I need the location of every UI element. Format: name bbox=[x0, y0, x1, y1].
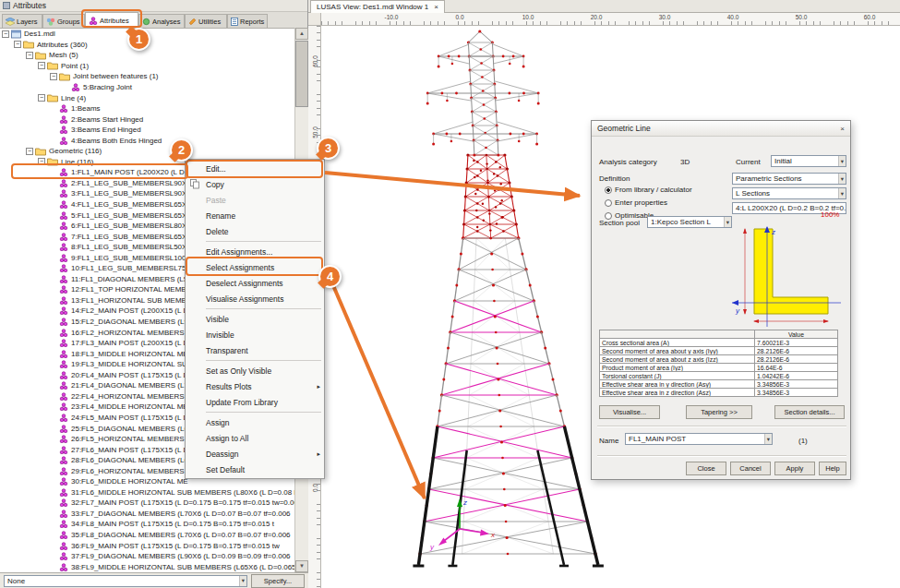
attribute-filter-combo[interactable]: None ▾ bbox=[4, 575, 247, 587]
analysis-category-value: 3D bbox=[680, 158, 690, 166]
menu-item-visible[interactable]: Visible bbox=[186, 311, 324, 327]
tree-expander-icon[interactable]: − bbox=[26, 148, 33, 155]
callout-4: 4 bbox=[318, 265, 342, 288]
folder-icon bbox=[59, 72, 70, 81]
tree-expander-icon[interactable]: − bbox=[38, 158, 45, 165]
tree-item[interactable]: 34:FL8_MAIN POST (L175X15 (L D=0.175 B=0… bbox=[0, 519, 294, 530]
tapering-button[interactable]: Tapering >> bbox=[686, 405, 752, 419]
menu-item-visualise-assignments[interactable]: Visualise Assignments bbox=[186, 291, 324, 306]
property-value: 7.60021E-3 bbox=[755, 339, 838, 347]
tab-reports[interactable]: Reports bbox=[227, 14, 268, 28]
ruler-label: 0.0 bbox=[449, 14, 471, 20]
submenu-arrow-icon: ▸ bbox=[317, 450, 320, 458]
tree-item[interactable]: −Line (4) bbox=[0, 92, 294, 103]
tree-item-label: 32:FL7_MAIN POST (L175X15 (L D=0.175 B=0… bbox=[71, 498, 294, 507]
menu-item-set-as-only-visible[interactable]: Set as Only Visible bbox=[186, 363, 324, 378]
tree-item-label: 4:Beams Both Ends Hinged bbox=[71, 137, 162, 145]
view-tab-close-icon[interactable]: × bbox=[434, 3, 438, 11]
section-type-combo[interactable]: Parametric Sections ▾ bbox=[732, 173, 846, 185]
menu-item-label: Edit Assignments... bbox=[206, 247, 272, 257]
specify-button[interactable]: Specify... bbox=[251, 574, 305, 588]
attribute-icon bbox=[59, 425, 68, 433]
tree-item-label: 4:FL1_LEG_SUB_MEMBERSL65X6 ( bbox=[71, 200, 196, 209]
tree-item[interactable]: 32:FL7_MAIN POST (L175X15 (L D=0.175 B=0… bbox=[0, 498, 294, 509]
callout-3: 3 bbox=[317, 137, 340, 160]
tree-expander-icon[interactable]: − bbox=[14, 41, 21, 48]
ruler-label: 20.0 bbox=[585, 14, 607, 20]
scroll-down-icon[interactable]: ▼ bbox=[295, 560, 308, 572]
attribute-icon bbox=[59, 414, 68, 422]
attribute-icon bbox=[59, 296, 68, 305]
menu-item-deassign[interactable]: Deassign▸ bbox=[186, 446, 324, 462]
tab-label: Utilities bbox=[198, 18, 221, 26]
tree-item[interactable]: −Geometric (116) bbox=[0, 146, 294, 157]
property-row: Second moment of area about z axis (Izz)… bbox=[600, 355, 838, 364]
section-library-combo[interactable]: L Sections ▾ bbox=[732, 187, 846, 199]
menu-item-label: Set Default bbox=[206, 465, 245, 474]
tree-item[interactable]: 31:FL6_MIDDLE HORIZONTAL SUB MEMBERS (L8… bbox=[0, 487, 294, 498]
apply-button[interactable]: Apply bbox=[774, 462, 815, 475]
tree-item[interactable]: −Mesh (5) bbox=[0, 50, 294, 61]
cancel-button[interactable]: Cancel bbox=[730, 462, 771, 475]
menu-item-update-from-library[interactable]: Update From Library bbox=[186, 394, 324, 410]
folder-icon bbox=[47, 93, 58, 102]
tree-item[interactable]: 37:FL9_DIAGONAL MEMBERS (L90X6 (L D=0.09… bbox=[0, 551, 294, 562]
dialog-titlebar[interactable]: Geometric Line × bbox=[592, 121, 850, 137]
menu-item-results-plots[interactable]: Results Plots▸ bbox=[186, 378, 324, 394]
tree-item[interactable]: 35:FL8_DIAGONAL MEMBERS (L70X6 (L D=0.07… bbox=[0, 530, 294, 541]
tree-item[interactable]: 3:Beams End Hinged bbox=[0, 125, 294, 136]
scroll-up-icon[interactable]: ▲ bbox=[295, 28, 308, 40]
menu-item-label: Update From Library bbox=[206, 398, 278, 407]
menu-item-set-default[interactable]: Set Default bbox=[186, 462, 324, 477]
tab-groups[interactable]: Groups bbox=[42, 14, 85, 28]
tree-item[interactable]: 38:FL9_MIDDLE HORIZONTAL SUB MEMBERS (L6… bbox=[0, 561, 294, 572]
dialog-close-icon[interactable]: × bbox=[840, 125, 845, 133]
view-tab[interactable]: LUSAS View: Des1.mdl Window 1 × bbox=[310, 0, 445, 13]
section-pool-combo[interactable]: 1:Kepco Section L ▾ bbox=[647, 216, 732, 228]
submenu-arrow-icon: ▸ bbox=[317, 383, 320, 390]
name-combo[interactable]: FL1_MAIN POST ▾ bbox=[625, 433, 773, 445]
radio-from-library[interactable]: From library / calculator bbox=[605, 186, 692, 194]
tree-item-label: 5:FL1_LEG_SUB_MEMBERSL65X6 ( bbox=[71, 211, 196, 220]
tree-item[interactable]: −Point (1) bbox=[0, 61, 294, 72]
radio-off-icon bbox=[605, 199, 612, 207]
tree-item[interactable]: 4:Beams Both Ends Hinged bbox=[0, 135, 294, 146]
menu-item-select-assignments[interactable]: Select Assignments bbox=[186, 259, 324, 275]
current-combo[interactable]: Initial ▾ bbox=[771, 155, 846, 167]
tree-item[interactable]: 33:FL7_DIAGONAL MEMBERS (L70X6 (L D=0.07… bbox=[0, 509, 294, 520]
menu-item-copy[interactable]: Copy bbox=[186, 176, 324, 192]
tab-analyses[interactable]: Analyses bbox=[138, 14, 185, 28]
help-button[interactable]: Help bbox=[819, 462, 846, 475]
section-details-button[interactable]: Section details... bbox=[774, 405, 845, 419]
tree-expander-icon[interactable]: − bbox=[38, 94, 45, 102]
tree-expander-icon[interactable]: − bbox=[38, 62, 45, 69]
tree-item-label: 27:FL6_MAIN POST (L175X15 (L D bbox=[71, 446, 188, 454]
tree-expander-icon[interactable]: − bbox=[26, 52, 33, 59]
tree-item[interactable]: 2:Beams Start Hinged bbox=[0, 114, 294, 125]
tree-item[interactable]: 36:FL9_MAIN POST (L175X15 (L D=0.175 B=0… bbox=[0, 540, 294, 551]
menu-item-invisible[interactable]: Invisible bbox=[186, 327, 324, 342]
menu-item-edit[interactable]: Edit... bbox=[186, 161, 324, 176]
menu-item-assign-to-all[interactable]: Assign to All bbox=[186, 430, 324, 446]
tree-expander-icon[interactable]: − bbox=[2, 30, 9, 38]
tree-item[interactable]: 1:Beams bbox=[0, 103, 294, 114]
tree-expander-icon[interactable]: − bbox=[50, 73, 57, 80]
attribute-icon bbox=[59, 552, 68, 560]
radio-enter-properties[interactable]: Enter properties bbox=[605, 198, 667, 207]
visualise-button[interactable]: Visualise... bbox=[599, 405, 660, 419]
tree-item-label: 21:FL4_DIAGONAL MEMBERS (L70 bbox=[71, 381, 192, 390]
tree-item[interactable]: −Joint between features (1) bbox=[0, 71, 294, 82]
menu-item-rename[interactable]: Rename bbox=[186, 208, 324, 223]
close-button[interactable]: Close bbox=[686, 462, 726, 475]
tab-utilities[interactable]: Utilities bbox=[185, 14, 227, 28]
tree-item[interactable]: 5:Bracing Joint bbox=[0, 82, 294, 93]
menu-item-delete[interactable]: Delete bbox=[186, 223, 324, 239]
menu-item-assign[interactable]: Assign bbox=[186, 414, 324, 430]
tab-layers[interactable]: Layers bbox=[2, 14, 42, 28]
menu-item-edit-assignments[interactable]: Edit Assignments... bbox=[186, 244, 324, 259]
menu-item-deselect-assignments[interactable]: Deselect Assignments bbox=[186, 275, 324, 291]
scrollbar-thumb[interactable] bbox=[295, 41, 308, 107]
menu-item-transparent[interactable]: Transparent bbox=[186, 342, 324, 358]
tree-item-label: 1:Beams bbox=[71, 104, 101, 113]
tree-item-label: 23:FL4_MIDDLE HORIZONTAL ME bbox=[71, 402, 188, 411]
